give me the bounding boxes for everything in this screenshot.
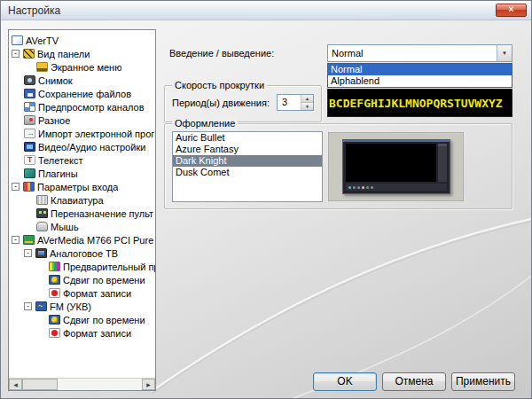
tree-item-label: Импорт электронной прог [38, 129, 154, 139]
skin-listbox: Auric Bullet Azure Fantasy Dark Knight D… [172, 131, 323, 202]
io-combobox[interactable]: Normal ▼ [327, 44, 512, 62]
titlebar[interactable]: Настройка × [1, 1, 531, 20]
tree-item[interactable]: Сдвиг по времени [9, 313, 155, 326]
tree-item-label: Предварительный пр [63, 262, 155, 272]
scroll-track[interactable] [22, 379, 142, 390]
appearance-group: Оформление Auric Bullet Azure Fantasy Da… [164, 123, 512, 209]
tree-horizontal-scrollbar[interactable]: ◀ ▶ [9, 378, 155, 390]
motion-periods-stepper[interactable]: 3 ▲ ▼ [277, 94, 314, 111]
marquee-preview: BCDEFGHIJKLMNOPQRSTUVWXYZ [327, 89, 512, 117]
tree-item-label: Сдвиг по времени [63, 275, 145, 286]
teletext-icon [24, 155, 35, 165]
player-button-icon [366, 186, 369, 189]
spin-down-icon[interactable]: ▼ [301, 103, 313, 110]
tree-item-label: Предпросмотр каналов [38, 102, 145, 113]
appearance-group-title: Оформление [172, 118, 238, 129]
tree-item[interactable]: Сдвиг по времени [9, 273, 155, 286]
tree-item[interactable]: -Аналоговое ТВ [9, 246, 155, 260]
collapse-expander-icon[interactable]: - [12, 183, 20, 191]
tree-item[interactable]: Клавиатура [9, 193, 155, 207]
tree-item[interactable]: -Параметры входа [9, 180, 155, 193]
avertv-app-icon [12, 35, 23, 45]
tree-item-label: Клавиатура [51, 195, 104, 206]
tree-item[interactable]: Снимок [9, 74, 155, 87]
skin-list-item[interactable]: Dusk Comet [173, 167, 322, 178]
input-params-icon [23, 182, 35, 192]
spin-up-icon[interactable]: ▲ [301, 95, 313, 103]
scroll-speed-group-title: Скорость прокрутки [172, 80, 267, 91]
timeshift-icon [49, 275, 60, 285]
tree-item[interactable]: Предпросмотр каналов [9, 100, 155, 113]
player-button-icon [348, 186, 351, 189]
apply-button[interactable]: Применить [451, 372, 515, 391]
marquee-text: BCDEFGHIJKLMNOPQRSTUVWXYZ [328, 97, 503, 110]
tree-item[interactable]: Предварительный пр [9, 260, 155, 273]
tree-item-label: Экранное меню [51, 62, 121, 73]
player-screen [346, 144, 436, 182]
io-dropdown-list: Normal Alphablend [327, 63, 512, 88]
scroll-thumb[interactable] [22, 379, 58, 390]
tree-item-label: Разное [38, 115, 70, 126]
combo-dropdown-button[interactable]: ▼ [497, 45, 512, 61]
tree-item-label: Снимок [38, 75, 73, 86]
ok-button[interactable]: OK [313, 372, 377, 391]
tree-item[interactable]: -AVerMedia M766 PCI Pure A [9, 233, 155, 246]
tree-item-label: Формат записи [63, 328, 131, 339]
dropdown-option[interactable]: Normal [328, 64, 512, 75]
collapse-expander-icon[interactable]: - [12, 236, 20, 244]
io-label: Введение / выведение: [169, 48, 274, 59]
player-button-icon [353, 186, 356, 189]
tree-item-label: Параметры входа [37, 182, 118, 192]
player-side-panel [438, 144, 447, 182]
tree-item[interactable]: Разное [9, 113, 155, 127]
tree-item[interactable]: Переназначение пульт [9, 207, 155, 220]
collapse-expander-icon[interactable]: - [24, 249, 32, 257]
motion-periods-label: Период(ы) движения: [172, 98, 270, 108]
dropdown-option[interactable]: Alphablend [328, 75, 512, 87]
tree-item-label: Переназначение пульт [51, 208, 153, 219]
tree-item[interactable]: Сохранение файлов [9, 87, 155, 100]
tree-item[interactable]: Мышь [9, 220, 155, 233]
tree-item[interactable]: Экранное меню [9, 60, 155, 74]
skin-preview [328, 132, 464, 201]
scroll-left-icon[interactable]: ◀ [9, 379, 22, 390]
motion-periods-value: 3 [278, 95, 301, 110]
settings-window: Настройка × AVerTV -Вид панели Экранное … [0, 0, 532, 399]
close-button[interactable]: × [496, 4, 527, 17]
skin-list-item[interactable]: Auric Bullet [173, 132, 322, 144]
skin-list-item-selected[interactable]: Dark Knight [173, 155, 322, 167]
tree-item-label: FM (УКВ) [50, 301, 91, 312]
skin-list-item[interactable]: Azure Fantasy [173, 144, 322, 155]
collapse-expander-icon[interactable]: - [12, 50, 20, 58]
dialog-client-area: AVerTV -Вид панели Экранное меню Снимок … [1, 20, 531, 398]
collapse-expander-icon[interactable]: - [24, 302, 32, 310]
tree-item-label: AVerMedia M766 PCI Pure A [37, 235, 155, 246]
tree-item-label: Видео/Аудио настройки [38, 142, 145, 153]
skin-preview-player [342, 139, 450, 194]
tree-item[interactable]: AVerTV [9, 34, 155, 47]
tree-item[interactable]: Формат записи [9, 326, 155, 340]
tree-item[interactable]: Плагины [9, 167, 155, 180]
tree-item-label: Сдвиг по времени [63, 315, 145, 325]
timeshift-icon [49, 315, 60, 325]
remote-icon [36, 208, 48, 218]
mouse-icon [36, 222, 48, 231]
tree-item-label: Плагины [38, 168, 78, 179]
tree-item[interactable]: -FM (УКВ) [9, 300, 155, 313]
player-button-icon [357, 186, 360, 189]
tree-item[interactable]: Телетекст [9, 153, 155, 167]
cancel-button[interactable]: Отмена [382, 372, 446, 391]
tree-item[interactable]: -Вид панели [9, 47, 155, 60]
scroll-right-icon[interactable]: ▶ [142, 379, 155, 390]
io-combobox-value: Normal [328, 45, 497, 61]
tree-item[interactable]: Импорт электронной прог [9, 127, 155, 140]
tree-item-label: Формат записи [63, 288, 131, 299]
tree-item-label: AVerTV [26, 35, 59, 46]
tree-item[interactable]: Формат записи [9, 286, 155, 300]
plugins-icon [24, 168, 35, 178]
window-title: Настройка [8, 4, 60, 17]
tree-item[interactable]: Видео/Аудио настройки [9, 140, 155, 153]
misc-icon [24, 115, 35, 125]
fm-radio-icon [35, 301, 47, 311]
spinner-buttons: ▲ ▼ [301, 95, 313, 110]
